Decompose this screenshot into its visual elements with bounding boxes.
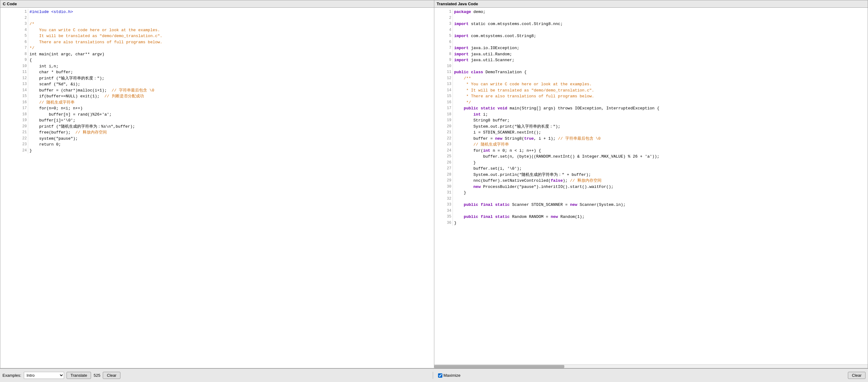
table-row: 21 i = STDIN_SCANNER.nextInt(); — [434, 130, 868, 136]
line-number: 17 — [434, 105, 453, 112]
maximize-label[interactable]: Maximize — [443, 373, 461, 378]
table-row: 17 public static void main(String[] args… — [434, 105, 868, 112]
left-code-table: 1#include <stdio.h>2 3/*4 You can write … — [0, 9, 434, 153]
table-row: 29 nnc(buffer).setNativeControlled(false… — [434, 178, 868, 184]
table-row: 30 new ProcessBuilder("pause").inheritIO… — [434, 184, 868, 190]
table-row: 16 // 随机生成字符串 — [0, 100, 434, 106]
table-row: 8int main(int argc, char** argv) — [0, 51, 434, 58]
table-row: 15 if(buffer==NULL) exit(1); // 判断是否分配成功 — [0, 93, 434, 100]
line-content: #include <stdio.h> — [28, 9, 434, 15]
clear-left-button[interactable]: Clear — [103, 372, 120, 379]
maximize-checkbox[interactable] — [438, 373, 442, 378]
table-row: 13 scanf ("%d", &i); — [0, 81, 434, 88]
line-number: 27 — [434, 166, 453, 172]
line-content: buffer[i]='\0'; — [28, 117, 434, 124]
line-content: /** — [453, 75, 868, 81]
line-number: 30 — [434, 184, 453, 190]
line-number: 21 — [0, 130, 28, 136]
line-content: int main(int argc, char** argv) — [28, 51, 434, 58]
line-number: 36 — [434, 220, 453, 226]
table-row: 14 buffer = (char*)malloc(i+1); // 字符串最后… — [0, 88, 434, 94]
line-number: 15 — [434, 93, 453, 100]
table-row: 14 * It will be translated as "demo/demo… — [434, 88, 868, 94]
line-content: There are also translations of full prog… — [28, 39, 434, 45]
line-number: 3 — [434, 21, 453, 27]
line-content: System.out.println("随机生成的字符串为：" + buffer… — [453, 172, 868, 178]
line-number: 11 — [0, 69, 28, 75]
maximize-area: Maximize — [438, 373, 845, 378]
scrollbar-thumb[interactable] — [434, 365, 564, 368]
line-number: 35 — [434, 214, 453, 220]
table-row: 6 — [434, 39, 868, 45]
table-row: 8import java.util.Random; — [434, 51, 868, 58]
line-content: buffer.set(i, '\0'); — [453, 166, 868, 172]
line-content: import java.util.Random; — [453, 51, 868, 58]
line-content: int i; — [453, 112, 868, 118]
table-row: 1#include <stdio.h> — [0, 9, 434, 15]
table-row: 18 int i; — [434, 112, 868, 118]
table-row: 22 buffer = new String8(true, i + 1); //… — [434, 136, 868, 142]
line-content: int i,n; — [28, 63, 434, 70]
line-number: 1 — [434, 9, 453, 15]
table-row: 12 printf ("输入字符串的长度："); — [0, 75, 434, 81]
translate-button[interactable]: Translate — [67, 372, 91, 379]
examples-select[interactable]: IntroHello WorldFibonacciSortingStrings — [24, 372, 64, 379]
footer-left: Examples: IntroHello WorldFibonacciSorti… — [2, 372, 433, 379]
line-content: } — [453, 160, 868, 166]
line-content: public static void main(String[] args) t… — [453, 105, 868, 112]
line-number: 24 — [434, 148, 453, 154]
table-row: 22 system("pause"); — [0, 136, 434, 142]
right-panel-header: Translated Java Code — [434, 0, 868, 8]
table-row: 11 char * buffer; — [0, 69, 434, 75]
line-content: import java.util.Scanner; — [453, 57, 868, 63]
line-content: } — [453, 220, 868, 226]
line-content — [453, 39, 868, 45]
left-panel-header: C Code — [0, 0, 434, 8]
table-row: 23 return 0; — [0, 142, 434, 148]
line-content — [453, 196, 868, 202]
line-number: 8 — [434, 51, 453, 58]
line-content: String8 buffer; — [453, 117, 868, 124]
line-content — [453, 27, 868, 33]
line-number: 1 — [0, 9, 28, 15]
line-content: * It will be translated as "demo/demo_tr… — [453, 88, 868, 94]
line-number: 11 — [434, 69, 453, 75]
table-row: 5 It will be translated as "demo/demo_tr… — [0, 33, 434, 39]
line-content: * You can write C code here or look at t… — [453, 81, 868, 88]
table-row: 5import com.mtsystems.coot.String8; — [434, 33, 868, 39]
line-number: 34 — [434, 208, 453, 214]
table-row: 2 — [434, 15, 868, 21]
line-content: */ — [453, 100, 868, 106]
line-number: 23 — [434, 142, 453, 148]
line-number: 12 — [0, 75, 28, 81]
line-number: 6 — [434, 39, 453, 45]
examples-label: Examples: — [2, 373, 21, 378]
table-row: 21 free(buffer); // 释放内存空间 — [0, 130, 434, 136]
table-row: 23 // 随机生成字符串 — [434, 142, 868, 148]
line-content: for(int n = 0; n < i; n++) { — [453, 148, 868, 154]
table-row: 7import java.io.IOException; — [434, 45, 868, 51]
right-code-area[interactable]: 1package demo;2 3import static com.mtsys… — [434, 8, 868, 364]
clear-right-button[interactable]: Clear — [848, 372, 866, 379]
line-number: 7 — [0, 45, 28, 51]
line-content: free(buffer); // 释放内存空间 — [28, 130, 434, 136]
line-content: for(n=0; n<i; n++) — [28, 105, 434, 112]
line-number: 15 — [0, 93, 28, 100]
table-row: 27 buffer.set(i, '\0'); — [434, 166, 868, 172]
line-number: 22 — [0, 136, 28, 142]
line-number: 10 — [434, 63, 453, 70]
line-number: 26 — [434, 160, 453, 166]
line-number: 19 — [434, 117, 453, 124]
line-content: You can write C code here or look at the… — [28, 27, 434, 33]
table-row: 17 for(n=0; n<i; n++) — [0, 105, 434, 112]
line-number: 4 — [434, 27, 453, 33]
line-number: 20 — [0, 124, 28, 130]
horizontal-scrollbar[interactable] — [434, 364, 868, 368]
line-content: buffer = new String8(true, i + 1); // 字符… — [453, 136, 868, 142]
line-content: } — [28, 148, 434, 154]
left-code-area[interactable]: 1#include <stdio.h>2 3/*4 You can write … — [0, 8, 434, 368]
table-row: 4 You can write C code here or look at t… — [0, 27, 434, 33]
line-number: 4 — [0, 27, 28, 33]
line-content: i = STDIN_SCANNER.nextInt(); — [453, 130, 868, 136]
footer-bar: Examples: IntroHello WorldFibonacciSorti… — [0, 369, 868, 382]
